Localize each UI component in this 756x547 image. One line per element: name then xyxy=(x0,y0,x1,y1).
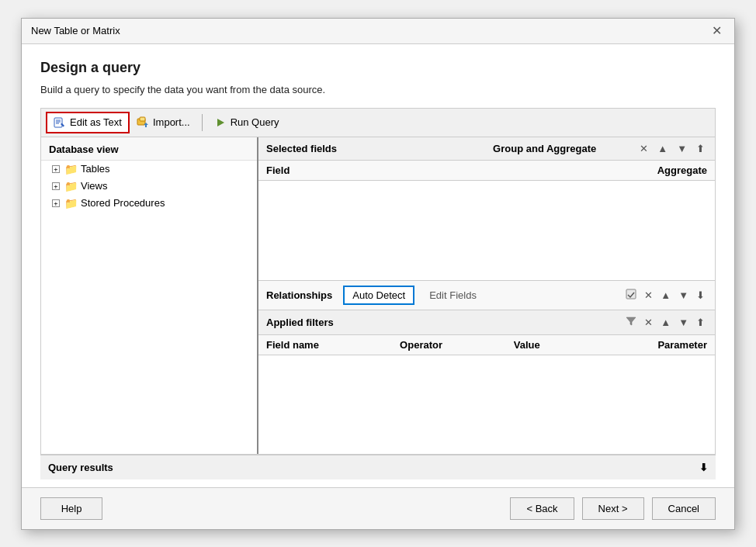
help-button[interactable]: Help xyxy=(40,497,102,520)
rel-delete-button[interactable]: ✕ xyxy=(642,288,655,303)
import-icon xyxy=(137,116,149,129)
tree-item-tables-label: Tables xyxy=(81,163,110,175)
applied-filters-header: Applied filters ✕ ▲ ▼ ⬆ xyxy=(258,310,715,335)
expand-fields-button[interactable]: ⬆ xyxy=(694,142,707,155)
expand-sp-icon[interactable]: + xyxy=(52,199,60,207)
folder-views-icon: 📁 xyxy=(64,180,78,192)
tree-item-views-label: Views xyxy=(81,180,107,192)
rel-up-button[interactable]: ▲ xyxy=(658,288,673,303)
selected-fields-header: Selected fields Group and Aggregate ✕ ▲ … xyxy=(258,137,715,161)
filter-expand-button[interactable]: ⬆ xyxy=(694,316,707,329)
filter-icon xyxy=(626,316,636,327)
svg-marker-3 xyxy=(217,119,224,126)
dialog-footer: Help < Back Next > Cancel xyxy=(22,487,734,529)
folder-tables-icon: 📁 xyxy=(64,163,78,175)
move-field-up-button[interactable]: ▲ xyxy=(655,142,670,155)
auto-detect-label: Auto Detect xyxy=(352,289,405,301)
query-toolbar: Edit as Text Import... xyxy=(40,108,716,137)
filter-add-button[interactable] xyxy=(623,315,639,330)
col-operator-header: Operator xyxy=(392,335,506,355)
selected-fields-actions: ✕ ▲ ▼ ⬆ xyxy=(637,142,707,155)
filter-delete-button[interactable]: ✕ xyxy=(642,316,655,329)
query-results-bar[interactable]: Query results ⬇ xyxy=(40,455,716,479)
expand-tables-icon[interactable]: + xyxy=(52,165,60,173)
edit-as-text-button[interactable]: Edit as Text xyxy=(46,112,130,133)
import-label: Import... xyxy=(153,116,190,128)
run-query-label: Run Query xyxy=(231,116,279,128)
move-field-down-button[interactable]: ▼ xyxy=(675,142,689,155)
database-view-panel: Database view + 📁 Tables + 📁 Views + 📁 S… xyxy=(41,137,258,454)
applied-filters-title: Applied filters xyxy=(266,317,623,328)
delete-field-button[interactable]: ✕ xyxy=(637,142,650,155)
help-label: Help xyxy=(61,503,82,514)
col-field-name-header: Field name xyxy=(258,335,392,355)
footer-right-buttons: < Back Next > Cancel xyxy=(510,497,716,520)
toolbar-separator xyxy=(202,114,203,131)
folder-sp-icon: 📁 xyxy=(64,197,78,209)
svg-rect-2 xyxy=(140,117,145,121)
back-label: < Back xyxy=(526,503,557,514)
svg-rect-0 xyxy=(54,118,62,127)
rel-edit-icon xyxy=(626,289,636,299)
edit-fields-label: Edit Fields xyxy=(429,289,477,301)
dialog-title: New Table or Matrix xyxy=(31,25,120,36)
query-results-collapse-icon: ⬇ xyxy=(699,462,708,473)
selected-fields-section: Selected fields Group and Aggregate ✕ ▲ … xyxy=(258,137,715,282)
run-query-icon xyxy=(214,116,227,129)
title-bar: New Table or Matrix ✕ xyxy=(22,19,734,44)
section-description: Build a query to specify the data you wa… xyxy=(40,84,716,95)
col-field-header: Field xyxy=(258,161,429,181)
relationships-label: Relationships xyxy=(266,289,332,301)
group-aggregate-title: Group and Aggregate xyxy=(452,143,637,154)
tree-item-tables[interactable]: + 📁 Tables xyxy=(41,161,257,178)
main-split-area: Database view + 📁 Tables + 📁 Views + 📁 S… xyxy=(40,137,716,455)
next-label: Next > xyxy=(598,503,628,514)
tree-item-views[interactable]: + 📁 Views xyxy=(41,178,257,195)
filter-down-button[interactable]: ▼ xyxy=(676,316,691,329)
selected-fields-title: Selected fields xyxy=(266,143,452,154)
query-results-label: Query results xyxy=(48,462,113,473)
filters-table: Field name Operator Value Parameter xyxy=(258,335,715,355)
dialog-content: Design a query Build a query to specify … xyxy=(22,44,734,487)
auto-detect-button[interactable]: Auto Detect xyxy=(343,286,414,305)
tree-item-stored-procedures[interactable]: + 📁 Stored Procedures xyxy=(41,195,257,212)
filter-up-button[interactable]: ▲ xyxy=(658,316,673,329)
rel-down-button[interactable]: ▼ xyxy=(676,288,691,303)
expand-views-icon[interactable]: + xyxy=(52,182,60,190)
db-panel-title: Database view xyxy=(41,137,257,161)
applied-filters-section: Applied filters ✕ ▲ ▼ ⬆ xyxy=(258,310,715,454)
run-query-button[interactable]: Run Query xyxy=(207,113,286,133)
dialog-window: New Table or Matrix ✕ Design a query Bui… xyxy=(21,18,735,530)
filter-actions: ✕ ▲ ▼ ⬆ xyxy=(623,315,707,330)
back-button[interactable]: < Back xyxy=(510,497,574,520)
col-value-header: Value xyxy=(506,335,588,355)
edit-fields-button[interactable]: Edit Fields xyxy=(421,286,485,304)
relationship-icons: ✕ ▲ ▼ ⬇ xyxy=(623,288,707,303)
cancel-button[interactable]: Cancel xyxy=(652,497,716,520)
right-panel: Selected fields Group and Aggregate ✕ ▲ … xyxy=(258,137,715,454)
cancel-label: Cancel xyxy=(668,503,699,514)
edit-as-text-label: Edit as Text xyxy=(70,116,122,128)
edit-as-text-icon xyxy=(54,116,66,129)
section-title: Design a query xyxy=(40,60,716,76)
rel-edit-icon-button[interactable] xyxy=(623,288,639,303)
col-parameter-header: Parameter xyxy=(588,335,715,355)
rel-collapse-button[interactable]: ⬇ xyxy=(694,288,707,303)
tree-item-sp-label: Stored Procedures xyxy=(81,197,165,209)
fields-table: Field Aggregate xyxy=(258,161,715,181)
col-aggregate-header: Aggregate xyxy=(429,161,715,181)
close-button[interactable]: ✕ xyxy=(709,25,725,37)
svg-rect-4 xyxy=(626,289,636,299)
next-button[interactable]: Next > xyxy=(582,497,644,520)
relationships-section: Relationships Auto Detect Edit Fields xyxy=(258,281,715,310)
import-button[interactable]: Import... xyxy=(130,113,197,133)
